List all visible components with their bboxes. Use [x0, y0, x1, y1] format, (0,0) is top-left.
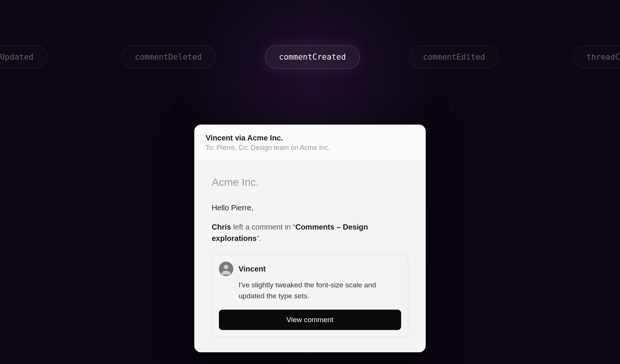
svg-point-1 — [224, 265, 228, 269]
email-header: Vincent via Acme Inc. To: Pierre, Cc: De… — [194, 125, 426, 161]
email-from-line: Vincent via Acme Inc. — [206, 134, 414, 142]
event-pill-comment-created[interactable]: commentCreated — [265, 45, 360, 69]
email-notification-card: Vincent via Acme Inc. To: Pierre, Cc: De… — [194, 125, 426, 352]
event-pills-row: adataUpdated commentDeleted commentCreat… — [0, 45, 620, 69]
email-recipients-line: To: Pierre, Cc: Design team on Acme Inc. — [206, 144, 414, 152]
view-comment-button[interactable]: View comment — [219, 310, 401, 330]
email-body: Acme Inc. Hello Pierre, Chris left a com… — [194, 161, 426, 352]
activity-middle-text: left a comment in “ — [231, 223, 295, 231]
company-name: Acme Inc. — [212, 176, 408, 188]
activity-actor: Chris — [212, 223, 231, 231]
greeting-text: Hello Pierre, — [212, 204, 408, 212]
commenter-name: Vincent — [239, 265, 266, 273]
activity-suffix: ”. — [257, 234, 261, 242]
commenter-avatar — [219, 262, 233, 276]
comment-preview-box: Vincent I've slightly tweaked the font-s… — [212, 254, 408, 337]
avatar-placeholder-icon — [219, 262, 233, 276]
event-pill-metadata-updated[interactable]: adataUpdated — [0, 45, 48, 69]
event-pill-thread-created[interactable]: threadCreate — [572, 45, 620, 69]
event-pill-comment-deleted[interactable]: commentDeleted — [121, 45, 216, 69]
activity-description: Chris left a comment in “Comments – Desi… — [212, 221, 408, 244]
event-pill-comment-edited[interactable]: commentEdited — [409, 45, 499, 69]
comment-body-text: I've slightly tweaked the font-size scal… — [219, 280, 401, 301]
comment-header: Vincent — [219, 262, 401, 276]
